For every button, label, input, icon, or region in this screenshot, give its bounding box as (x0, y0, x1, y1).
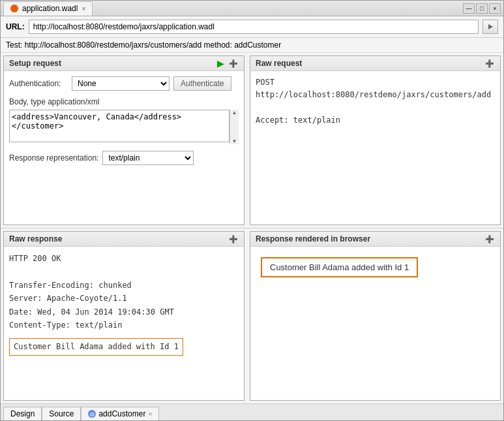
setup-panel-icons: ▶ ➕ (215, 58, 239, 69)
response-header-date: Date: Wed, 04 Jun 2014 19:04:30 GMT (9, 305, 239, 319)
scroll-down-arrow[interactable]: ▼ (232, 138, 237, 144)
raw-response-plus-button[interactable]: ➕ (228, 234, 239, 244)
tab-close-button[interactable]: × (82, 5, 85, 12)
minimize-button[interactable]: — (463, 3, 475, 14)
source-tab-label: Source (49, 409, 74, 418)
browser-response-icons: ➕ (484, 234, 495, 244)
scroll-up-arrow[interactable]: ▲ (232, 110, 237, 116)
plus-button[interactable]: ➕ (228, 58, 239, 69)
body-type-label: Body, type application/xml (9, 97, 239, 106)
raw-request-plus-button[interactable]: ➕ (484, 58, 495, 69)
auth-select[interactable]: None (72, 76, 170, 91)
setup-panel-header: Setup request ▶ ➕ (4, 56, 244, 71)
raw-request-body: POST http://localhost:8080/restdemo/jaxr… (250, 71, 500, 225)
auth-label: Authentication: (9, 79, 68, 88)
browser-content: Customer Bill Adama added with Id 1 (256, 252, 495, 283)
raw-response-content: HTTP 200 OK Transfer-Encoding: chunked S… (9, 252, 239, 356)
raw-request-line2 (256, 101, 495, 114)
browser-response-plus-button[interactable]: ➕ (484, 234, 495, 244)
raw-request-icons: ➕ (484, 58, 495, 69)
body-textarea-wrap: <address>Vancouver, Canada</address> </c… (9, 110, 239, 144)
play-button[interactable]: ▶ (215, 58, 226, 69)
design-tab-label: Design (10, 409, 35, 418)
url-bar: URL: (1, 16, 503, 38)
add-customer-tab[interactable]: @ addCustomer × (81, 407, 159, 420)
raw-request-content: POST http://localhost:8080/restdemo/jaxr… (256, 76, 495, 127)
response-highlighted-text: Customer Bill Adama added with Id 1 (9, 338, 183, 355)
response-header-server: Server: Apache-Coyote/1.1 (9, 292, 239, 305)
raw-response-panel: Raw response ➕ HTTP 200 OK Transfer-Enco… (3, 231, 245, 401)
window-controls: — □ × (463, 3, 501, 14)
top-panels: Setup request ▶ ➕ Authentication: None A… (1, 53, 503, 228)
bottom-tab-bar: Design Source @ addCustomer × (1, 403, 503, 420)
response-blank-line (9, 265, 239, 278)
browser-response-title: Response rendered in browser (256, 234, 370, 243)
source-tab[interactable]: Source (42, 407, 81, 420)
authenticate-button[interactable]: Authenticate (173, 76, 231, 91)
raw-response-title: Raw response (9, 234, 62, 243)
http-status: HTTP 200 OK (9, 252, 239, 265)
raw-response-icons: ➕ (228, 234, 239, 244)
response-rep-select[interactable]: text/plain (102, 151, 194, 165)
body-scrollbar[interactable]: ▲ ▼ (230, 110, 239, 144)
add-customer-tab-label: addCustomer (98, 409, 145, 418)
body-textarea[interactable]: <address>Vancouver, Canada</address> </c… (9, 110, 230, 142)
url-label: URL: (6, 22, 25, 31)
setup-panel-title: Setup request (9, 59, 61, 68)
browser-response-header: Response rendered in browser ➕ (250, 232, 500, 247)
raw-request-panel: Raw request ➕ POST http://localhost:8080… (250, 55, 501, 225)
raw-request-line1: POST http://localhost:8080/restdemo/jaxr… (256, 76, 495, 101)
raw-response-header: Raw response ➕ (4, 232, 244, 247)
tab-bar: application.wadl × (3, 1, 463, 16)
raw-request-title: Raw request (256, 59, 302, 68)
url-input[interactable] (29, 20, 479, 34)
design-tab[interactable]: Design (3, 407, 42, 420)
response-header-content-type: Content-Type: text/plain (9, 319, 239, 332)
raw-request-header: Raw request ➕ (250, 56, 500, 71)
bottom-panels: Raw response ➕ HTTP 200 OK Transfer-Enco… (1, 228, 503, 403)
go-arrow-icon (487, 23, 494, 30)
response-rep-row: Response representation: text/plain (9, 151, 239, 165)
raw-request-line3: Accept: text/plain (256, 114, 495, 127)
add-customer-tab-close[interactable]: × (148, 411, 152, 418)
application-tab[interactable]: application.wadl × (3, 1, 93, 16)
url-go-button[interactable] (482, 20, 498, 34)
add-customer-tab-icon: @ (88, 410, 96, 418)
close-button[interactable]: × (489, 3, 501, 14)
main-window: application.wadl × — □ × URL: Test: http… (0, 0, 504, 421)
browser-highlighted-text: Customer Bill Adama added with Id 1 (261, 257, 418, 277)
svg-marker-0 (488, 24, 493, 29)
test-label: Test: http://localhost:8080/restdemo/jax… (1, 38, 503, 53)
setup-request-panel: Setup request ▶ ➕ Authentication: None A… (3, 55, 245, 225)
tab-icon (10, 5, 18, 12)
maximize-button[interactable]: □ (476, 3, 488, 14)
tab-title: application.wadl (22, 4, 78, 13)
main-content: Setup request ▶ ➕ Authentication: None A… (1, 53, 503, 403)
response-header-transfer: Transfer-Encoding: chunked (9, 279, 239, 292)
title-bar: application.wadl × — □ × (1, 1, 503, 16)
browser-response-body: Customer Bill Adama added with Id 1 (250, 247, 500, 400)
setup-panel-body: Authentication: None Authenticate Body, … (4, 71, 244, 225)
auth-row: Authentication: None Authenticate (9, 76, 239, 91)
response-rep-label: Response representation: (9, 153, 98, 163)
raw-response-body: HTTP 200 OK Transfer-Encoding: chunked S… (4, 247, 244, 400)
browser-response-panel: Response rendered in browser ➕ Customer … (250, 231, 501, 401)
